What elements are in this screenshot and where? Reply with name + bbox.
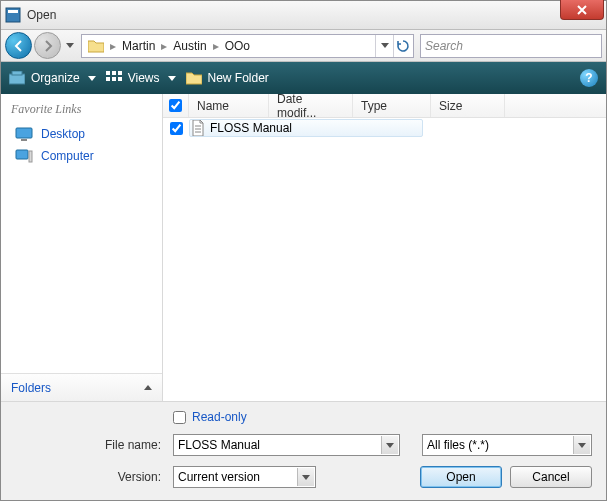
svg-rect-10 [16, 128, 32, 138]
cancel-button[interactable]: Cancel [510, 466, 592, 488]
readonly-row: Read-only [15, 410, 592, 424]
svg-rect-3 [12, 71, 22, 75]
open-button[interactable]: Open [420, 466, 502, 488]
desktop-icon [15, 127, 33, 141]
back-button[interactable] [5, 32, 32, 59]
folder-icon [88, 39, 104, 53]
column-spacer [505, 94, 606, 117]
svg-rect-11 [21, 139, 27, 141]
sidebar-item-desktop[interactable]: Desktop [1, 123, 162, 145]
app-icon [5, 7, 21, 23]
sidebar-item-computer[interactable]: Computer [1, 145, 162, 167]
version-label: Version: [15, 470, 165, 484]
favorites-header: Favorite Links [1, 94, 162, 123]
column-date[interactable]: Date modif... [269, 94, 353, 117]
views-icon [106, 71, 122, 85]
file-name: FLOSS Manual [210, 121, 292, 135]
filename-label: File name: [15, 438, 165, 452]
body: Favorite Links Desktop Computer Folders … [1, 94, 606, 401]
filetype-dropdown[interactable] [573, 436, 590, 454]
readonly-checkbox[interactable] [173, 411, 186, 424]
file-rows: FLOSS Manual [163, 118, 606, 401]
refresh-button[interactable] [393, 35, 411, 57]
titlebar: Open [1, 1, 606, 30]
sidebar-item-label: Desktop [41, 127, 85, 141]
chevron-down-icon [88, 76, 96, 81]
chevron-down-icon [168, 76, 176, 81]
search-placeholder: Search [425, 39, 463, 53]
organize-button[interactable]: Organize [9, 71, 96, 85]
svg-rect-5 [112, 71, 116, 75]
search-input[interactable]: Search [420, 34, 602, 58]
breadcrumb-sep-icon[interactable]: ▸ [159, 39, 169, 53]
svg-rect-12 [16, 150, 28, 159]
svg-rect-13 [29, 151, 32, 162]
version-select[interactable]: Current version [173, 466, 316, 488]
select-all-checkbox[interactable] [169, 99, 182, 112]
svg-rect-4 [106, 71, 110, 75]
breadcrumb-sep-icon[interactable]: ▸ [108, 39, 118, 53]
filename-input[interactable]: FLOSS Manual [173, 434, 400, 456]
window-title: Open [27, 8, 56, 22]
chevron-up-icon [144, 385, 152, 390]
version-dropdown[interactable] [297, 468, 314, 486]
nav-row: ▸ Martin ▸ Austin ▸ OOo Search [1, 30, 606, 62]
close-button[interactable] [560, 0, 604, 20]
address-bar[interactable]: ▸ Martin ▸ Austin ▸ OOo [81, 34, 414, 58]
computer-icon [15, 149, 33, 163]
column-headers: Name Date modif... Type Size [163, 94, 606, 118]
footer: Read-only File name: FLOSS Manual All fi… [1, 401, 606, 500]
svg-rect-9 [118, 77, 122, 81]
filetype-select[interactable]: All files (*.*) [422, 434, 592, 456]
breadcrumb-1[interactable]: Austin [169, 39, 210, 53]
organize-icon [9, 71, 25, 85]
nav-history-dropdown[interactable] [63, 36, 77, 56]
sidebar: Favorite Links Desktop Computer Folders [1, 94, 163, 401]
new-folder-icon [186, 71, 202, 85]
file-checkbox[interactable] [170, 122, 183, 135]
file-list-pane: Name Date modif... Type Size FLOSS Manua… [163, 94, 606, 401]
document-icon [190, 120, 206, 136]
views-button[interactable]: Views [106, 71, 176, 85]
svg-rect-8 [112, 77, 116, 81]
svg-rect-6 [118, 71, 122, 75]
column-size[interactable]: Size [431, 94, 505, 117]
readonly-label: Read-only [192, 410, 247, 424]
open-dialog: Open ▸ Martin ▸ Austin ▸ OOo [0, 0, 607, 501]
breadcrumb-0[interactable]: Martin [118, 39, 159, 53]
filename-dropdown[interactable] [381, 436, 398, 454]
folders-toggle[interactable]: Folders [1, 373, 162, 401]
forward-button[interactable] [34, 32, 61, 59]
column-name[interactable]: Name [189, 94, 269, 117]
new-folder-button[interactable]: New Folder [186, 71, 269, 85]
toolbar: Organize Views New Folder ? [1, 62, 606, 94]
svg-rect-1 [8, 10, 18, 13]
column-type[interactable]: Type [353, 94, 431, 117]
breadcrumb-sep-icon[interactable]: ▸ [211, 39, 221, 53]
breadcrumb-2[interactable]: OOo [221, 39, 254, 53]
column-check[interactable] [163, 94, 189, 117]
svg-rect-7 [106, 77, 110, 81]
file-row[interactable]: FLOSS Manual [163, 118, 606, 138]
address-dropdown[interactable] [375, 35, 393, 57]
sidebar-item-label: Computer [41, 149, 94, 163]
help-button[interactable]: ? [580, 69, 598, 87]
